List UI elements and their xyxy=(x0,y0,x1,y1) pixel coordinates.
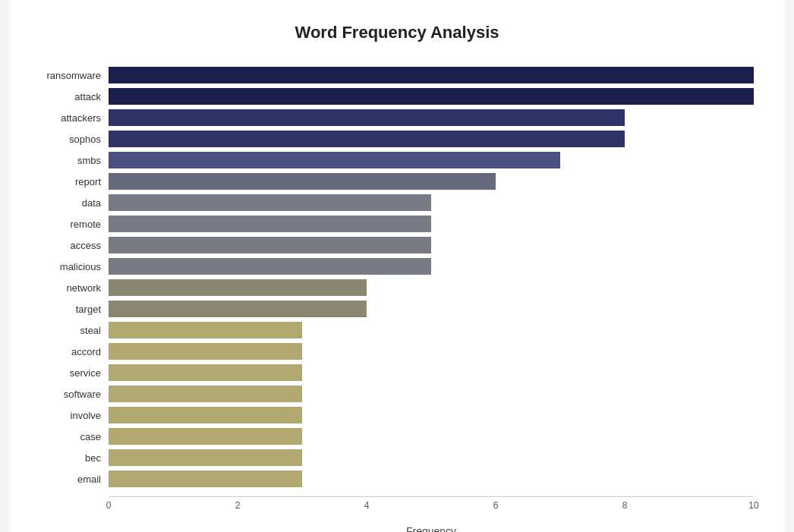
x-tick: 6 xyxy=(493,500,499,511)
bar-fill xyxy=(109,386,302,402)
bar-label: network xyxy=(40,282,109,294)
bar-row: data xyxy=(40,193,754,212)
x-axis: 0246810 xyxy=(109,496,754,519)
bar-row: remote xyxy=(40,214,754,234)
bar-row: target xyxy=(40,299,754,319)
bar-fill xyxy=(109,301,367,317)
bar-fill xyxy=(109,109,625,126)
bar-label: attackers xyxy=(40,112,109,124)
x-tick: 8 xyxy=(622,500,628,511)
bar-row: accord xyxy=(40,342,754,361)
bar-label: email xyxy=(40,474,109,485)
bar-track xyxy=(109,322,754,338)
x-tick: 4 xyxy=(364,500,370,511)
bar-row: ransomware xyxy=(40,65,754,85)
bar-track xyxy=(109,301,754,317)
bar-row: email xyxy=(40,469,754,489)
bar-label: sophos xyxy=(40,134,109,145)
x-tick: 10 xyxy=(748,500,758,511)
bar-fill xyxy=(109,194,431,211)
bar-row: steal xyxy=(40,320,754,340)
chart-area: ransomwareattackattackerssophossmbsrepor… xyxy=(40,65,754,490)
bar-label: service xyxy=(40,367,109,379)
bar-label: data xyxy=(40,197,109,209)
x-axis-label: Frequency xyxy=(40,525,754,532)
bar-track xyxy=(109,407,754,423)
bar-fill xyxy=(109,131,625,147)
bar-label: software xyxy=(40,389,109,400)
bar-label: involve xyxy=(40,410,109,421)
bar-label: report xyxy=(40,176,109,187)
bar-track xyxy=(109,428,754,445)
bar-fill xyxy=(109,88,754,105)
bar-fill xyxy=(109,237,431,253)
bar-label: smbs xyxy=(40,155,109,166)
bar-row: attackers xyxy=(40,108,754,127)
bar-row: report xyxy=(40,172,754,191)
bar-track xyxy=(109,258,754,275)
bar-row: attack xyxy=(40,87,754,106)
bar-row: involve xyxy=(40,405,754,425)
bar-label: access xyxy=(40,240,109,251)
bar-label: bec xyxy=(40,452,109,464)
bar-track xyxy=(109,152,754,168)
x-tick: 2 xyxy=(235,500,241,511)
bar-fill xyxy=(109,216,431,232)
bar-fill xyxy=(109,428,302,445)
chart-title: Word Frequency Analysis xyxy=(40,23,754,42)
bar-fill xyxy=(109,67,754,83)
bar-row: case xyxy=(40,427,754,446)
x-tick: 0 xyxy=(106,500,112,511)
chart-container: Word Frequency Analysis ransomwareattack… xyxy=(10,0,784,532)
bar-label: target xyxy=(40,304,109,315)
bar-label: steal xyxy=(40,325,109,336)
bar-row: malicious xyxy=(40,257,754,276)
bar-track xyxy=(109,471,754,487)
bar-fill xyxy=(109,279,367,296)
bar-fill xyxy=(109,449,302,466)
bar-track xyxy=(109,216,754,232)
bar-label: attack xyxy=(40,91,109,102)
bar-track xyxy=(109,364,754,381)
bar-track xyxy=(109,131,754,147)
bar-fill xyxy=(109,322,302,338)
bar-row: software xyxy=(40,384,754,404)
bar-fill xyxy=(109,152,560,168)
bar-row: bec xyxy=(40,448,754,467)
bar-track xyxy=(109,237,754,253)
bar-row: service xyxy=(40,363,754,382)
bar-row: access xyxy=(40,235,754,255)
bar-fill xyxy=(109,364,302,381)
bar-track xyxy=(109,343,754,360)
bar-label: accord xyxy=(40,346,109,357)
bar-fill xyxy=(109,471,302,487)
bar-fill xyxy=(109,407,302,423)
bar-row: network xyxy=(40,278,754,297)
bar-track xyxy=(109,386,754,402)
bar-label: malicious xyxy=(40,261,109,272)
bar-label: remote xyxy=(40,219,109,230)
bar-row: smbs xyxy=(40,150,754,170)
bar-row: sophos xyxy=(40,129,754,149)
bar-track xyxy=(109,109,754,126)
bar-track xyxy=(109,279,754,296)
bar-track xyxy=(109,67,754,83)
bar-label: case xyxy=(40,431,109,442)
bar-fill xyxy=(109,258,431,275)
bar-track xyxy=(109,88,754,105)
bar-track xyxy=(109,449,754,466)
bar-label: ransomware xyxy=(40,70,109,81)
bar-fill xyxy=(109,173,496,190)
bar-track xyxy=(109,194,754,211)
bar-track xyxy=(109,173,754,190)
x-axis-container: 0246810 xyxy=(40,496,754,519)
bar-fill xyxy=(109,343,302,360)
